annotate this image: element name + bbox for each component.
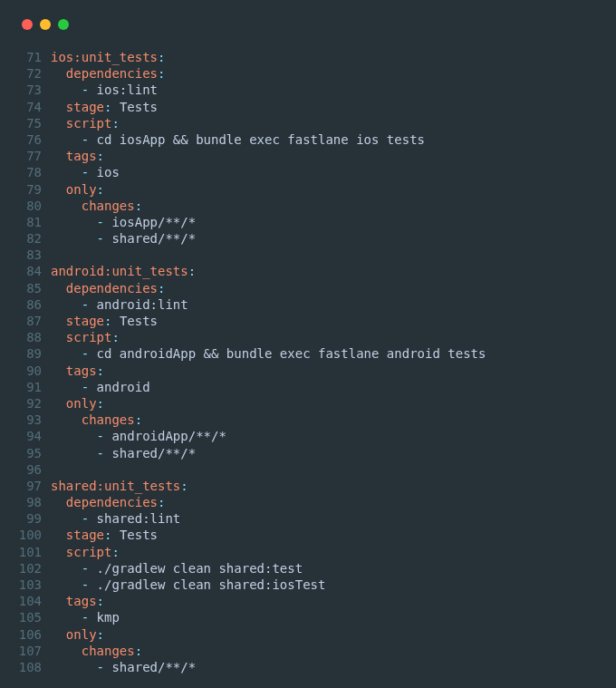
code-content: - shared:lint	[51, 510, 180, 527]
code-line: 100 stage: Tests	[9, 527, 607, 543]
code-line: 89 - cd androidApp && bundle exec fastla…	[9, 345, 607, 362]
token-key: script	[66, 545, 112, 559]
token-dash: -	[82, 577, 97, 592]
code-content: dependencies:	[51, 280, 165, 296]
token-dash: -	[97, 446, 112, 460]
token-dash: -	[82, 165, 97, 179]
code-line: 73 - ios:lint	[9, 82, 607, 98]
code-line: 108 - shared/**/*	[9, 659, 607, 675]
code-content: tags:	[51, 148, 104, 164]
line-number: 83	[9, 247, 51, 263]
code-content: shared:unit_tests:	[51, 478, 188, 494]
code-line: 87 stage: Tests	[9, 313, 607, 329]
line-number: 108	[9, 659, 51, 675]
code-content: stage: Tests	[51, 527, 158, 543]
token-punct: :	[180, 479, 188, 493]
code-content: - shared/**/*	[51, 659, 196, 675]
token-dash: -	[82, 297, 97, 312]
code-content: changes:	[51, 643, 142, 659]
token-punct: :	[111, 545, 119, 559]
code-line: 79 only:	[9, 181, 607, 198]
code-line: 92 only:	[9, 395, 607, 412]
line-number: 73	[9, 82, 51, 98]
token-key: dependencies	[66, 495, 158, 509]
line-number: 104	[9, 593, 51, 609]
code-line: 81 - iosApp/**/*	[9, 214, 607, 230]
token-punct: :	[111, 330, 119, 344]
token-key: script	[66, 330, 112, 344]
code-content: dependencies:	[51, 494, 165, 510]
line-number: 102	[9, 560, 51, 577]
code-area: 71ios:unit_tests:72 dependencies:73 - io…	[9, 40, 607, 679]
line-number: 75	[9, 115, 51, 131]
code-content: android:unit_tests:	[51, 263, 196, 279]
token-str: shared:lint	[97, 511, 181, 526]
code-line: 103 - ./gradlew clean shared:iosTest	[9, 577, 607, 593]
token-str: ./gradlew clean shared:test	[97, 561, 303, 576]
code-line: 104 tags:	[9, 593, 607, 609]
line-number: 89	[9, 345, 51, 362]
line-number: 101	[9, 544, 51, 560]
token-punct: :	[188, 264, 196, 278]
token-key: shared:unit_tests	[51, 479, 180, 493]
token-dash: -	[82, 82, 97, 97]
token-punct: :	[97, 396, 104, 411]
line-number: 87	[9, 313, 51, 329]
code-content: script:	[51, 544, 120, 560]
editor-window: 71ios:unit_tests:72 dependencies:73 - io…	[9, 9, 607, 679]
line-number: 79	[9, 181, 51, 198]
token-dash: -	[82, 132, 97, 147]
line-number: 93	[9, 412, 51, 428]
token-str: android	[97, 380, 150, 394]
line-number: 82	[9, 230, 51, 247]
code-content: stage: Tests	[51, 99, 158, 115]
code-content: - ./gradlew clean shared:iosTest	[51, 577, 325, 593]
token-key: changes	[82, 644, 135, 658]
token-str: androidApp/**/*	[111, 429, 226, 443]
code-line: 83	[9, 247, 607, 263]
token-punct: :	[158, 281, 165, 296]
token-dash: -	[97, 429, 112, 443]
token-str: Tests	[111, 314, 158, 328]
code-line: 94 - androidApp/**/*	[9, 428, 607, 444]
code-content: - cd androidApp && bundle exec fastlane …	[51, 345, 486, 362]
code-content: dependencies:	[51, 65, 165, 82]
token-dash: -	[82, 561, 97, 576]
token-key: changes	[82, 412, 135, 427]
token-str: Tests	[111, 100, 158, 114]
code-content: - ios:lint	[51, 82, 158, 98]
token-dash: -	[82, 380, 97, 394]
code-content: stage: Tests	[51, 313, 158, 329]
token-str: ./gradlew clean shared:iosTest	[97, 577, 326, 592]
close-icon[interactable]	[22, 19, 33, 30]
token-dash: -	[97, 231, 112, 246]
token-key: stage	[66, 100, 104, 114]
token-str: shared/**/*	[111, 446, 196, 460]
code-content: script:	[51, 115, 120, 131]
code-line: 95 - shared/**/*	[9, 445, 607, 461]
line-number: 106	[9, 626, 51, 643]
token-dash: -	[97, 215, 112, 229]
token-str: iosApp/**/*	[111, 215, 196, 229]
token-key: dependencies	[66, 66, 158, 81]
code-content: changes:	[51, 198, 142, 214]
token-key: stage	[66, 314, 104, 328]
token-key: android:unit_tests	[51, 264, 188, 278]
token-key: dependencies	[66, 281, 158, 296]
line-number: 81	[9, 214, 51, 230]
token-key: tags	[66, 363, 97, 378]
code-content: only:	[51, 181, 104, 198]
minimize-icon[interactable]	[40, 19, 51, 30]
token-key: changes	[82, 199, 135, 213]
maximize-icon[interactable]	[58, 19, 69, 30]
token-punct: :	[97, 149, 104, 163]
code-line: 72 dependencies:	[9, 65, 607, 82]
line-number: 99	[9, 510, 51, 527]
code-content: only:	[51, 395, 104, 412]
token-punct: :	[97, 363, 104, 378]
code-content: tags:	[51, 593, 104, 609]
line-number: 107	[9, 643, 51, 659]
code-content: - iosApp/**/*	[51, 214, 196, 230]
line-number: 80	[9, 198, 51, 214]
token-str: Tests	[111, 528, 158, 542]
